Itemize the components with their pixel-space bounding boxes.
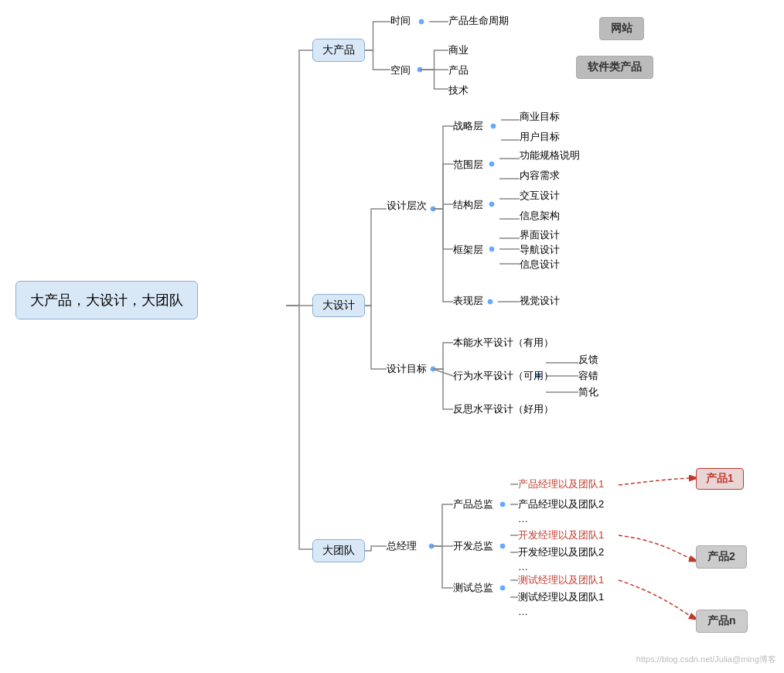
node-chanpin1: 产品1 (696, 468, 744, 490)
node-kongjian: 空间 (390, 63, 411, 77)
node-chanpin-jl1: 产品经理以及团队1 (518, 477, 604, 491)
node-jishu: 技术 (448, 84, 469, 97)
wangzhan-label: 网站 (599, 17, 644, 40)
node-gongneng-gj: 功能规格说明 (520, 149, 580, 162)
svg-point-14 (489, 247, 494, 251)
node-wangzhan: 网站 (599, 17, 644, 40)
node-chanpin-ellipsis: … (518, 513, 528, 524)
node-chanpinshenming: 产品生命周期 (448, 14, 509, 28)
svg-point-31 (500, 544, 505, 548)
node-jiaohu-sj: 交互设计 (520, 189, 560, 203)
node-zongjingli: 总经理 (387, 539, 417, 553)
node-cuocuo: 容错 (578, 369, 598, 383)
node-kaifa-ellipsis: … (518, 561, 528, 572)
node-xingwei: 行为水平设计（可用） (453, 369, 554, 383)
branch-dasheji-label: 大设计 (312, 294, 365, 317)
node-shejimubiao: 设计目标 (387, 362, 427, 376)
svg-point-26 (429, 544, 434, 548)
svg-point-20 (431, 367, 435, 371)
node-ruanjian: 软件类产品 (576, 56, 653, 79)
branch-datuandui-label: 大团队 (312, 539, 365, 562)
svg-point-2 (418, 67, 422, 72)
node-chanpin2: 产品2 (696, 545, 747, 569)
node-shijian: 时间 (390, 14, 411, 28)
chanpin2-label: 产品2 (696, 545, 747, 569)
svg-point-11 (489, 202, 494, 207)
chanpinn-label: 产品n (696, 610, 748, 633)
node-shangye-mb: 商业目标 (520, 110, 560, 124)
node-fanweic: 范围层 (453, 158, 483, 172)
node-jiegou-c: 结构层 (453, 198, 483, 212)
svg-point-5 (491, 124, 496, 128)
node-xinxi-jg: 信息架构 (520, 209, 560, 223)
branch-dachanzao: 大产品 (312, 39, 365, 62)
root-node: 大产品，大设计，大团队 (15, 281, 198, 319)
node-ceshi-ellipsis: … (518, 606, 528, 617)
svg-point-0 (419, 19, 424, 24)
node-chanpinn: 产品n (696, 610, 748, 633)
node-kaifa-jl2: 开发经理以及团队2 (518, 545, 604, 559)
node-kuangjia-c: 框架层 (453, 243, 483, 257)
node-kaifa-jl1: 开发经理以及团队1 (518, 528, 604, 542)
node-jianhua: 简化 (578, 385, 598, 399)
node-ceshi-jl1: 测试经理以及团队1 (518, 573, 604, 587)
node-chanpin-zj: 产品总监 (453, 497, 493, 511)
node-shangye: 商业 (448, 43, 469, 57)
chanpin1-label: 产品1 (696, 468, 744, 490)
branch-dachanzao-label: 大产品 (312, 39, 365, 62)
branch-datuandui: 大团队 (312, 539, 365, 562)
svg-point-34 (500, 586, 505, 590)
node-shejicenci: 设计层次 (387, 199, 427, 213)
node-daohang-sj: 导航设计 (520, 243, 560, 257)
svg-point-18 (488, 299, 493, 304)
node-shijue-sj: 视觉设计 (520, 294, 560, 308)
node-ceshi-jl2: 测试经理以及团队1 (518, 590, 604, 604)
node-ceshi-zj: 测试总监 (453, 581, 493, 595)
svg-point-27 (500, 502, 505, 507)
svg-point-8 (489, 162, 494, 166)
node-jiemian-sj: 界面设计 (520, 228, 560, 242)
node-xinxi-sj: 信息设计 (520, 258, 560, 272)
node-chanpin-jl2: 产品经理以及团队2 (518, 497, 604, 511)
node-neirong-xq: 内容需求 (520, 169, 560, 183)
node-fankui: 反馈 (578, 353, 598, 367)
svg-point-4 (431, 207, 435, 211)
branch-dasheji: 大设计 (312, 294, 365, 317)
node-zhanluelc: 战略层 (453, 119, 483, 133)
node-fansi: 反思水平设计（好用） (453, 402, 554, 416)
watermark: https://blog.csdn.net/Julia@ming博客 (636, 654, 776, 665)
node-benneng: 本能水平设计（有用） (453, 336, 554, 350)
node-biaoxian-c: 表现层 (453, 294, 483, 308)
root-label: 大产品，大设计，大团队 (15, 281, 198, 319)
node-kaifa-zj: 开发总监 (453, 539, 493, 553)
ruanjian-label: 软件类产品 (576, 56, 653, 79)
node-yonghu-mb: 用户目标 (520, 130, 560, 144)
svg-line-21 (433, 369, 453, 376)
node-chanpin: 产品 (448, 63, 469, 77)
